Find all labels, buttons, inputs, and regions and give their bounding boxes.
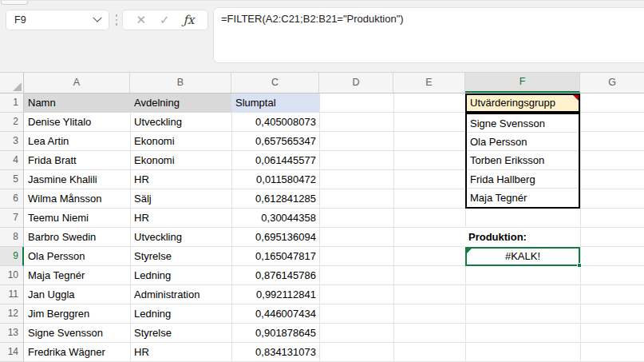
fill-handle[interactable]	[577, 263, 582, 268]
name-box[interactable]: F9	[6, 10, 109, 30]
row-header-9-selected[interactable]: 9	[0, 247, 24, 266]
row-header-4[interactable]: 4	[0, 151, 24, 170]
row-header-6[interactable]: 6	[0, 189, 24, 209]
row-header-5[interactable]: 5	[0, 170, 24, 189]
evaluation-group-box: Signe Svensson Ola Persson Torben Erikss…	[465, 113, 580, 209]
cell-a4[interactable]: Frida Bratt	[24, 151, 130, 170]
note-indicator-icon	[573, 95, 579, 101]
cell-b14[interactable]: HR	[130, 343, 231, 362]
cell-f3[interactable]: Ola Persson	[467, 133, 579, 151]
column-header-d[interactable]: D	[319, 73, 393, 93]
cell-a3[interactable]: Lea Artin	[24, 132, 130, 151]
cell-a6[interactable]: Wilma Månsson	[24, 189, 130, 209]
cell-f9-active-error[interactable]: #KALK!	[465, 247, 580, 266]
row-header-7[interactable]: 7	[0, 209, 24, 228]
cell-a9[interactable]: Ola Persson	[24, 247, 130, 266]
cell-a7[interactable]: Teemu Niemi	[24, 209, 130, 228]
cell-b3[interactable]: Ekonomi	[130, 132, 231, 151]
separator-dots-icon	[114, 12, 119, 28]
error-indicator-icon	[467, 249, 472, 253]
cell-c12[interactable]: 0,446007434	[231, 304, 319, 324]
cell-f5[interactable]: Frida Hallberg	[467, 170, 579, 189]
cell-b7[interactable]: HR	[130, 209, 231, 228]
excel-window: F9 ✕ ✓ ƒx =FILTER(A2:C21;B2:B21="Produkt…	[0, 0, 644, 362]
cell-c6[interactable]: 0,612841285	[231, 189, 319, 209]
row-header-13[interactable]: 13	[0, 324, 24, 343]
cell-c8[interactable]: 0,695136094	[231, 228, 319, 247]
cell-b2[interactable]: Utveckling	[130, 113, 231, 132]
cell-b5[interactable]: HR	[130, 170, 231, 189]
column-header-b[interactable]: B	[130, 73, 231, 93]
cell-b1-header[interactable]: Avdelning	[130, 93, 231, 113]
row-header-3[interactable]: 3	[0, 132, 24, 151]
row-headers: 1 2 3 4 5 6 7 8 9 10 11 12 13 14	[0, 93, 24, 362]
cell-c13[interactable]: 0,901878645	[231, 324, 319, 343]
cell-f6[interactable]: Maja Tegnér	[467, 189, 579, 207]
cell-reference: F9	[14, 14, 94, 26]
column-header-c[interactable]: C	[231, 73, 319, 93]
cell-c11[interactable]: 0,992112841	[231, 285, 319, 304]
cancel-icon[interactable]: ✕	[136, 13, 146, 27]
formula-buttons: ✕ ✓ ƒx	[122, 10, 208, 30]
row-header-2[interactable]: 2	[0, 113, 24, 132]
row-header-10[interactable]: 10	[0, 266, 24, 285]
row-header-12[interactable]: 12	[0, 304, 24, 324]
select-all-triangle-icon	[13, 82, 22, 91]
cell-a14[interactable]: Fredrika Wägner	[24, 343, 130, 362]
column-header-f-selected[interactable]: F	[465, 73, 580, 93]
cell-a5[interactable]: Jasmine Khalili	[24, 170, 130, 189]
cell-c2[interactable]: 0,405008073	[231, 113, 319, 132]
cell-b8[interactable]: Utveckling	[130, 228, 231, 247]
cell-c5[interactable]: 0,011580472	[231, 170, 319, 189]
cell-b13[interactable]: Styrelse	[130, 324, 231, 343]
cell-a13[interactable]: Signe Svensson	[24, 324, 130, 343]
enter-icon[interactable]: ✓	[160, 13, 170, 27]
cell-c10[interactable]: 0,876145786	[231, 266, 319, 285]
cell-f4[interactable]: Torben Eriksson	[467, 151, 579, 169]
ribbon-edge	[1, 1, 28, 5]
column-header-g[interactable]: G	[580, 73, 644, 93]
formula-input[interactable]: =FILTER(A2:C21;B2:B21="Produktion")	[213, 7, 644, 63]
insert-function-icon[interactable]: ƒx	[184, 13, 195, 27]
row-header-1[interactable]: 1	[0, 93, 24, 113]
cell-a8[interactable]: Barbro Swedin	[24, 228, 130, 247]
cell-c3[interactable]: 0,657565347	[231, 132, 319, 151]
cell-a1-header[interactable]: Namn	[24, 93, 130, 113]
row-header-11[interactable]: 11	[0, 285, 24, 304]
formula-bar-zone: F9 ✕ ✓ ƒx =FILTER(A2:C21;B2:B21="Produkt…	[0, 0, 644, 72]
column-header-e[interactable]: E	[393, 73, 465, 93]
cell-grid: Namn Avdelning Slumptal Denise Ylitalo U…	[24, 93, 644, 362]
cell-c1-header[interactable]: Slumptal	[231, 93, 319, 113]
gridline	[580, 93, 581, 362]
cell-a10[interactable]: Maja Tegnér	[24, 266, 130, 285]
cell-f2[interactable]: Signe Svensson	[467, 114, 579, 133]
cell-f8-produktion-label[interactable]: Produktion:	[465, 228, 580, 247]
cell-a11[interactable]: Jan Uggla	[24, 285, 130, 304]
column-headers: A B C D E F G	[0, 72, 644, 93]
cell-b9[interactable]: Styrelse	[130, 247, 231, 266]
row-header-8[interactable]: 8	[0, 228, 24, 247]
cell-a12[interactable]: Jim Berggren	[24, 304, 130, 324]
error-value: #KALK!	[505, 250, 540, 262]
cell-c14[interactable]: 0,834131073	[231, 343, 319, 362]
chevron-down-icon[interactable]	[93, 14, 101, 22]
select-all-corner[interactable]	[0, 73, 24, 93]
cell-c4[interactable]: 0,061445577	[231, 151, 319, 170]
gridline	[393, 93, 394, 362]
cell-c9[interactable]: 0,165047817	[231, 247, 319, 266]
cell-c7[interactable]: 0,30044358	[231, 209, 319, 228]
cell-b11[interactable]: Administration	[130, 285, 231, 304]
cell-b4[interactable]: Ekonomi	[130, 151, 231, 170]
column-header-a[interactable]: A	[24, 73, 130, 93]
formula-text: =FILTER(A2:C21;B2:B21="Produktion")	[221, 13, 404, 25]
cell-b10[interactable]: Ledning	[130, 266, 231, 285]
gridline	[319, 93, 320, 362]
cell-b12[interactable]: Ledning	[130, 304, 231, 324]
cell-f1-evaluation-header[interactable]: Utvärderingsgrupp	[465, 93, 580, 113]
cell-a2[interactable]: Denise Ylitalo	[24, 113, 130, 132]
row-header-14[interactable]: 14	[0, 343, 24, 362]
cell-b6[interactable]: Sälj	[130, 189, 231, 209]
